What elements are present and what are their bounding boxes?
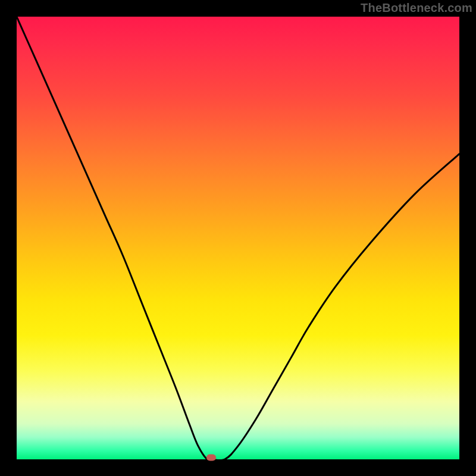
chart-frame: TheBottleneck.com: [0, 0, 476, 476]
plot-area: [17, 17, 459, 459]
optimum-marker: [206, 455, 216, 461]
bottleneck-curve: [17, 17, 459, 459]
watermark-text: TheBottleneck.com: [361, 1, 472, 15]
